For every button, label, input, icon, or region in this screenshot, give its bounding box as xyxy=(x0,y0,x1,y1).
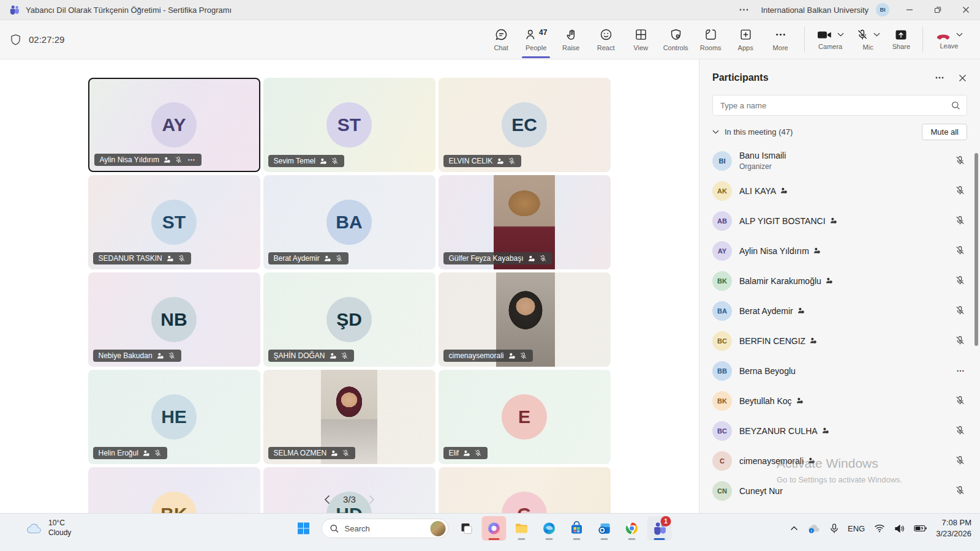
participant-row[interactable]: BC BERFIN CENGIZ ⋯ xyxy=(699,326,980,356)
tile-name: Sevim Temel xyxy=(274,157,315,165)
tile-more-icon[interactable]: ⋯ xyxy=(187,156,196,164)
next-page-icon[interactable] xyxy=(368,495,375,504)
timer-value: 02:27:29 xyxy=(29,34,64,45)
previous-page-icon[interactable] xyxy=(324,495,331,504)
search-highlight-image[interactable] xyxy=(431,521,446,536)
meeting-toolbar: 02:27:29 Chat 47 People Raise React View… xyxy=(0,20,980,59)
share-button[interactable]: Share xyxy=(886,23,916,56)
organization-name[interactable]: International Balkan University xyxy=(761,6,869,15)
camera-chevron-icon[interactable] xyxy=(837,32,844,37)
in-meeting-count[interactable]: In this meeting (47) xyxy=(725,127,793,137)
mic-chevron-icon[interactable] xyxy=(873,32,880,37)
account-avatar[interactable]: BI xyxy=(876,3,889,17)
camera-button[interactable]: Camera xyxy=(811,23,850,56)
video-tile[interactable]: NB Nebiye Bakudan xyxy=(88,272,260,367)
copilot-button[interactable] xyxy=(482,516,507,541)
shield-icon xyxy=(10,34,21,45)
start-button[interactable] xyxy=(292,516,316,541)
leave-button[interactable]: Leave xyxy=(929,23,969,56)
video-tile[interactable]: EC ELVIN CELIK xyxy=(439,78,611,172)
video-tile[interactable]: HE Helin Eroğul xyxy=(88,370,260,464)
participant-row[interactable]: BC BEYZANUR CULHA ⋯ xyxy=(699,416,980,446)
more-button[interactable]: More xyxy=(763,23,798,56)
mic-off-icon[interactable] xyxy=(955,335,965,346)
chrome-button[interactable] xyxy=(620,516,644,541)
tile-avatar: ŞD xyxy=(326,297,372,342)
language-indicator[interactable]: ENG xyxy=(848,524,865,533)
panel-more-icon[interactable] xyxy=(935,77,944,79)
controls-button[interactable]: Controls xyxy=(658,23,693,56)
mic-button[interactable]: Mic xyxy=(850,23,886,56)
panel-scrollbar[interactable] xyxy=(974,153,978,346)
mic-off-icon[interactable] xyxy=(955,156,965,166)
participants-search[interactable] xyxy=(712,95,967,116)
file-explorer-button[interactable] xyxy=(510,516,534,541)
wifi-icon[interactable] xyxy=(874,524,885,533)
video-tile[interactable]: ST SEDANUR TASKIN xyxy=(88,175,260,269)
row-more-icon[interactable]: ⋯ xyxy=(957,366,966,375)
store-button[interactable] xyxy=(565,516,589,541)
participant-row[interactable]: AB ALP YIGIT BOSTANCI ⋯ xyxy=(699,206,980,236)
video-tile[interactable]: AY Aylin Nisa Yıldırım ⋯ xyxy=(88,78,260,172)
video-tile[interactable]: ŞD ŞAHİN DOĞAN xyxy=(263,272,435,367)
leave-chevron-icon[interactable] xyxy=(956,32,963,37)
participant-row[interactable]: CN Cuneyt Nur ⋯ xyxy=(699,476,980,506)
mic-off-icon[interactable] xyxy=(955,276,965,286)
participant-row[interactable]: BK Balamir Karakumoğlu ⋯ xyxy=(699,266,980,296)
mic-off-icon[interactable] xyxy=(955,186,965,196)
edge-button[interactable] xyxy=(537,516,562,541)
video-tile[interactable]: E Elif xyxy=(439,370,611,464)
participant-row[interactable]: AY Aylin Nisa Yıldırım ⋯ xyxy=(699,236,980,266)
mic-off-icon[interactable] xyxy=(955,395,965,406)
video-tile[interactable]: SELMA OZMEN xyxy=(263,370,435,464)
mic-off-icon[interactable] xyxy=(955,216,965,226)
people-button[interactable]: 47 People xyxy=(519,23,554,56)
participant-row[interactable]: BA Berat Aydemir ⋯ xyxy=(699,296,980,326)
mic-off-icon[interactable] xyxy=(955,305,965,316)
video-tile[interactable]: BA Berat Aydemir xyxy=(263,175,435,269)
video-tile[interactable]: cimenaysemorali xyxy=(439,272,611,367)
react-button[interactable]: React xyxy=(589,23,624,56)
more-label: More xyxy=(773,44,788,51)
participant-row[interactable]: C cimenaysemorali ⋯ xyxy=(699,446,980,476)
mic-off-icon[interactable] xyxy=(955,455,965,466)
taskbar-search[interactable]: Search xyxy=(322,519,449,538)
chevron-down-icon[interactable] xyxy=(712,130,719,134)
video-tile[interactable]: Gülfer Feyza Kayabaşı xyxy=(439,175,611,269)
attendee-icon xyxy=(330,449,338,457)
mic-off-icon[interactable] xyxy=(955,485,965,496)
rooms-button[interactable]: Rooms xyxy=(693,23,728,56)
participant-row[interactable]: BK Beytullah Koç ⋯ xyxy=(699,386,980,416)
onedrive-icon[interactable] xyxy=(807,523,821,533)
volume-icon[interactable] xyxy=(894,524,905,533)
mic-off-icon[interactable] xyxy=(955,246,965,256)
participant-avatar: BI xyxy=(712,151,732,171)
mute-all-button[interactable]: Mute all xyxy=(922,124,967,140)
mic-off-icon[interactable] xyxy=(955,425,965,436)
weather-widget[interactable]: 10°C Cloudy xyxy=(26,519,71,538)
participant-row[interactable]: BB Berna Beyoglu ⋯ xyxy=(699,356,980,386)
view-button[interactable]: View xyxy=(624,23,658,56)
participant-row[interactable]: BI Banu Ismaili Organizer ⋯ xyxy=(699,146,980,176)
outlook-button[interactable] xyxy=(592,516,617,541)
teams-button[interactable]: 1 xyxy=(647,516,672,541)
battery-icon[interactable] xyxy=(914,525,927,532)
participant-name: Cuneyt Nur xyxy=(739,486,783,496)
tile-name-pill: ELVIN CELIK xyxy=(443,155,522,167)
taskbar-clock[interactable]: 7:08 PM 3/23/2026 xyxy=(936,517,971,539)
close-button[interactable] xyxy=(952,0,980,20)
video-tile[interactable]: ST Sevim Temel xyxy=(263,78,435,172)
restore-button[interactable] xyxy=(924,0,952,20)
tray-mic-icon[interactable] xyxy=(830,523,839,534)
participant-row[interactable]: AK ALI KAYA ⋯ xyxy=(699,176,980,206)
tray-chevron-up-icon[interactable] xyxy=(790,526,798,531)
apps-button[interactable]: Apps xyxy=(728,23,763,56)
participants-search-input[interactable] xyxy=(720,101,951,110)
raise-hand-button[interactable]: Raise xyxy=(554,23,589,56)
minimize-button[interactable] xyxy=(895,0,924,20)
titlebar-more-icon[interactable] xyxy=(727,9,761,11)
chat-button[interactable]: Chat xyxy=(484,23,519,56)
mic-off-icon xyxy=(474,449,482,457)
task-view-button[interactable] xyxy=(454,516,479,541)
panel-close-icon[interactable] xyxy=(959,74,967,82)
